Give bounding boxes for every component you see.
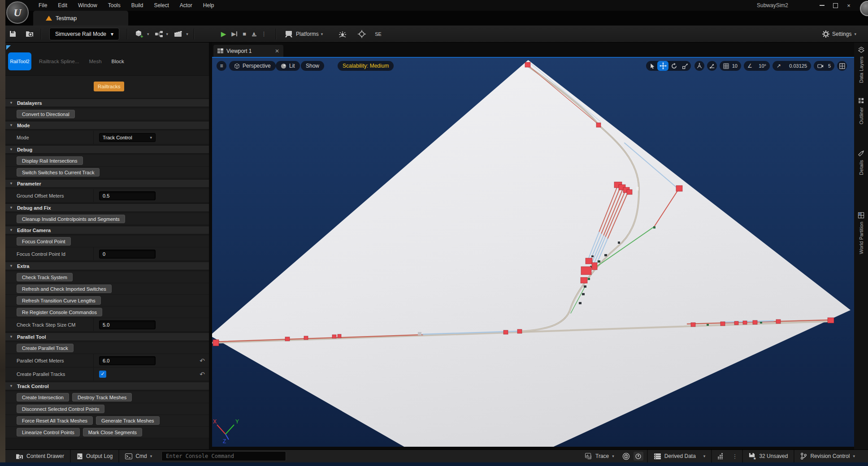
menu-select[interactable]: Select (148, 0, 174, 11)
force-reset-all-track-meshes-button[interactable]: Force Reset All Track Meshes (17, 416, 93, 425)
control-point[interactable] (332, 335, 336, 338)
control-point[interactable] (581, 277, 587, 283)
control-point[interactable] (691, 323, 695, 327)
maximize-button[interactable] (829, 0, 842, 11)
content-drawer-button[interactable]: Content Drawer (10, 450, 70, 463)
minimize-button[interactable] (815, 0, 829, 11)
railtracks-button[interactable]: Railtracks (94, 82, 124, 91)
quick-add-actor-icon[interactable]: + (135, 30, 144, 39)
surface-snap-button[interactable] (707, 61, 717, 71)
control-point[interactable] (338, 334, 341, 338)
control-point[interactable] (581, 267, 591, 275)
move-tool-button[interactable] (657, 61, 668, 71)
perspective-selector[interactable]: Perspective (229, 61, 276, 71)
control-point[interactable] (285, 337, 290, 341)
re-register-console-commandos-button[interactable]: Re Register Console Commandos (17, 308, 102, 316)
viewport-3d[interactable]: XYZ ≡ Perspective Lit Show Scalability: … (212, 57, 854, 447)
grid-snap-control[interactable]: 10 (720, 61, 741, 71)
platforms-icon[interactable] (284, 30, 293, 38)
destroy-track-meshes-button[interactable]: Destroy Track Meshes (72, 393, 132, 401)
railtool-tab-railtrack-spline[interactable]: Railtrack Spline... (39, 59, 79, 64)
section-header-mode[interactable]: ▼Mode (5, 121, 209, 129)
control-point[interactable] (734, 321, 738, 325)
control-point[interactable] (676, 186, 682, 191)
dock-tab-data-layers[interactable]: Data Layers (854, 46, 868, 83)
switch-switches-to-current-track-button[interactable]: Switch Switches to Current Track (17, 168, 100, 177)
disconnect-selected-control-points-button[interactable]: Disconnect Selected Control Points (17, 405, 104, 413)
save-icon[interactable] (9, 30, 17, 38)
create-parallel-track-button[interactable]: Create Parallel Track (17, 344, 74, 352)
menu-build[interactable]: Build (126, 0, 149, 11)
cmd-dropdown[interactable]: Cmd ▾ (119, 450, 158, 463)
close-button[interactable]: × (842, 0, 855, 11)
create-parallel-tracks-checkbox[interactable]: ✓ (99, 371, 106, 378)
tab-viewport-1[interactable]: Viewport 1 ✕ (213, 45, 283, 57)
menu-help[interactable]: Help (198, 0, 220, 11)
derived-data-dropdown[interactable]: Derived Data ▾ (648, 450, 712, 463)
railtool-tab-railtool2[interactable]: RailTool2 (8, 52, 31, 70)
control-point[interactable] (743, 321, 747, 324)
check-track-system-button[interactable]: Check Track System (17, 273, 73, 281)
control-point[interactable] (304, 336, 308, 340)
display-rail-intersections-button[interactable]: Display Rail Intersections (17, 156, 83, 165)
section-header-parallel-tool[interactable]: ▼Parallel Tool (5, 332, 209, 341)
environment-light-icon[interactable] (338, 30, 347, 38)
play-button[interactable]: ▶ (221, 30, 226, 38)
menu-edit[interactable]: Edit (52, 0, 73, 11)
console-command-input[interactable]: Enter Console Command (161, 451, 286, 461)
section-header-track-control[interactable]: ▼Track Control (5, 382, 209, 390)
rotation-snap-control[interactable]: ∠ 10° (744, 61, 770, 71)
platforms-label[interactable]: Platforms (296, 31, 319, 37)
menu-actor[interactable]: Actor (174, 0, 198, 11)
revert-icon[interactable]: ↶ (200, 357, 205, 364)
ground-offset-meters-input[interactable]: 0.5 (99, 191, 156, 200)
quad-view-button[interactable] (837, 61, 847, 71)
menu-window[interactable]: Window (73, 0, 103, 11)
control-point[interactable] (586, 258, 592, 264)
unsaved-count-button[interactable]: ★ 32 Unsaved (743, 450, 794, 463)
trace-dropdown[interactable]: Trace ▾ (579, 450, 620, 463)
control-point[interactable] (213, 340, 219, 346)
menu-file[interactable]: File (33, 0, 52, 11)
control-point[interactable] (592, 263, 597, 270)
revert-icon[interactable]: ↶ (200, 371, 205, 378)
insights-channel-icon[interactable] (622, 453, 630, 460)
rotate-tool-button[interactable] (668, 61, 680, 71)
refresh-transition-curve-lengths-button[interactable]: Refresh Transition Curve Lengths (17, 296, 101, 305)
play-options-icon[interactable]: ⋮ (261, 30, 267, 37)
refresh-and-check-imported-switches-button[interactable]: Refresh and Check Imported Switches (17, 285, 112, 293)
check-track-step-size-cm-input[interactable]: 5.0 (99, 320, 156, 329)
scale-tool-button[interactable] (680, 61, 691, 71)
section-header-datalayers[interactable]: ▼Datalayers (5, 99, 209, 107)
scale-snap-control[interactable]: ↗ 0.03125 (773, 61, 811, 71)
close-icon[interactable]: ✕ (275, 48, 279, 54)
section-header-extra[interactable]: ▼Extra (5, 262, 209, 270)
control-point[interactable] (517, 329, 522, 333)
blueprints-icon[interactable] (155, 30, 164, 38)
dock-tab-outliner[interactable]: Outliner (854, 97, 868, 125)
create-intersection-button[interactable]: Create Intersection (17, 393, 69, 401)
output-log-button[interactable]: Output Log (71, 450, 118, 463)
parallel-offset-meters-input[interactable]: 6.0 (99, 356, 156, 365)
select-tool-button[interactable] (646, 61, 657, 71)
railtool-tab-mesh[interactable]: Mesh (89, 59, 101, 64)
mark-close-segments-button[interactable]: Mark Close Segments (83, 428, 142, 436)
camera-speed-control[interactable]: 5 (814, 61, 834, 71)
focus-control-point-button[interactable]: Focus Control Point (17, 237, 71, 246)
generate-track-meshes-button[interactable]: Generate Track Meshes (96, 416, 159, 425)
world-local-gizmo-button[interactable] (694, 61, 704, 71)
skip-frame-button[interactable]: ▶ (231, 30, 237, 37)
eject-button[interactable]: ▲ (252, 32, 256, 36)
control-point[interactable] (525, 62, 530, 67)
linearize-control-points-button[interactable]: Linearize Control Points (17, 428, 80, 436)
unreal-logo-icon[interactable]: U (6, 1, 29, 24)
editor-mode-selector[interactable]: Simuverse Rail Mode ▾ (49, 28, 119, 40)
status-more-icon[interactable]: ⋮ (732, 453, 738, 460)
platforms-chevron-icon[interactable]: ▾ (321, 32, 323, 36)
scalability-badge[interactable]: Scalability: Medium (338, 61, 394, 71)
show-menu-button[interactable]: Show (301, 61, 324, 71)
viewport-options-button[interactable]: ≡ (217, 61, 226, 71)
mode-dropdown[interactable]: Track Control▾ (99, 133, 156, 142)
railtool-tab-block[interactable]: Block (112, 59, 124, 64)
control-point[interactable] (776, 319, 781, 324)
